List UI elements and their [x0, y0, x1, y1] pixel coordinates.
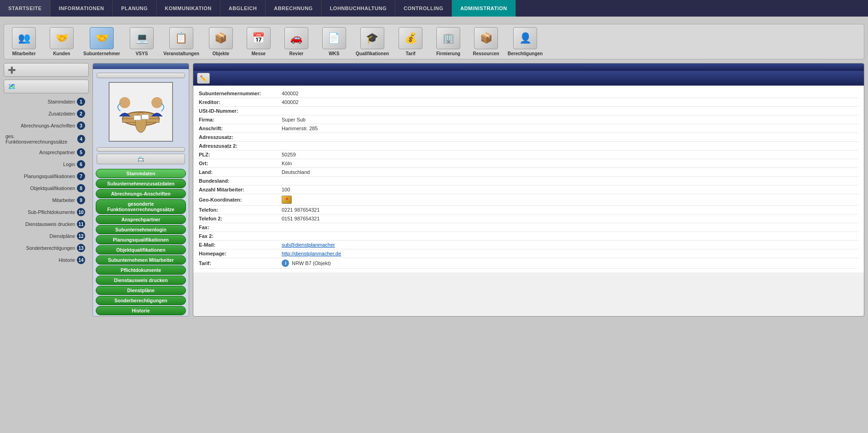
toolbar-label: Revier — [289, 51, 304, 56]
menu-item-abrechnungs-anschrif[interactable]: Abrechnungs-Anschriften — [96, 189, 186, 198]
toolbar-item-objekte[interactable]: 📦 Objekte — [205, 27, 237, 56]
data-row: USt-ID-Nummer: — [199, 107, 858, 115]
map-button[interactable]: 🗺️ — [4, 80, 89, 93]
nav-item-abrechnung[interactable]: ABRECHNUNG — [266, 0, 321, 17]
nav-badge-10: 10 — [77, 208, 85, 216]
menu-item-dienstausweis-drucke[interactable]: Dienstausweis drucken — [96, 276, 186, 285]
data-label: Telefon: — [199, 207, 282, 213]
sidebar-nav-item-11[interactable]: Dienstausweis drucken 11 — [4, 219, 89, 230]
nav-item-planung[interactable]: PLANUNG — [113, 0, 156, 17]
toolbar-item-berechtigungen[interactable]: 👤 Berechtigungen — [508, 27, 543, 56]
toolbar-label: Veranstaltungen — [163, 51, 199, 56]
sidebar-nav-item-5[interactable]: Ansprechpartner 5 — [4, 147, 89, 158]
data-row: Land: Deutschland — [199, 168, 858, 177]
data-row: Adresszusatz: — [199, 133, 858, 142]
toolbar-label: Subunternehmer — [83, 51, 120, 56]
data-label: Tarif: — [199, 260, 282, 266]
toolbar-item-vsys[interactable]: 💻 VSYS — [126, 27, 158, 56]
sidebar-nav-item-1[interactable]: Stammdaten 1 — [4, 96, 89, 107]
data-value-link[interactable]: sub@dienstplanmacher — [282, 242, 335, 248]
sidebar-nav-item-8[interactable]: Objektqualifikationen 8 — [4, 183, 89, 194]
toolbar-item-revier[interactable]: 🚗 Revier — [280, 27, 312, 56]
menu-item-ansprechpartner[interactable]: Ansprechpartner — [96, 215, 186, 224]
menu-item-subunternehmen-mitar[interactable]: Subunternehmen Mitarbeiter — [96, 255, 186, 265]
sidebar-nav-item-12[interactable]: Dienstpläne 12 — [4, 231, 89, 242]
toolbar-icon: 📋 — [169, 27, 193, 49]
data-label: Fax 2: — [199, 233, 282, 239]
nav-item-lohnbuchhaltung[interactable]: LOHNBUCHHALTUNG — [322, 0, 395, 17]
nav-badge-4: 4 — [77, 135, 85, 143]
data-value-link[interactable]: http://dienstplanmacher.de — [282, 251, 341, 256]
toolbar-item-mitarbeiter[interactable]: 👥 Mitarbeiter — [8, 27, 40, 56]
geo-icon[interactable]: 📍 — [282, 196, 292, 204]
toolbar-label: Mitarbeiter — [12, 51, 35, 56]
nav-item-controlling[interactable]: CONTROLLING — [395, 0, 452, 17]
toolbar-icon: 👥 — [12, 27, 36, 49]
nav-badge-3: 3 — [77, 121, 85, 130]
toolbar-item-ressourcen[interactable]: 📦 Ressourcen — [470, 27, 502, 56]
bild-aendern-button[interactable] — [97, 147, 185, 152]
data-label: Anzahl Mitarbeiter: — [199, 187, 282, 192]
menu-item-sonderberechtigungen[interactable]: Sonderberechtigungen — [96, 296, 186, 305]
sidebar-nav-item-4[interactable]: ges. Funktionsverrechnungssätze 4 — [4, 132, 89, 146]
toolbar-label: Qualifikationen — [356, 51, 389, 56]
toolbar-item-veranstaltungen[interactable]: 📋 Veranstaltungen — [163, 27, 199, 56]
data-label: Land: — [199, 169, 282, 175]
tarif-info-icon: ℹ — [282, 260, 289, 267]
add-icon: ➕ — [8, 66, 16, 74]
menu-item-subunternehmenzusatz[interactable]: Subunternehmenzusatzdaten — [96, 179, 186, 188]
sidebar-nav-item-13[interactable]: Sonderberechtigungen 13 — [4, 242, 89, 254]
toolbar-label: Tarif — [406, 51, 416, 56]
toolbar-item-tarif[interactable]: 💰 Tarif — [394, 27, 427, 56]
nav-item-kommunikation[interactable]: KOMMUNIKATION — [156, 0, 220, 17]
menu-item-subunternehmenlogin[interactable]: Subunternehmenlogin — [96, 225, 186, 234]
vcard-button[interactable]: 📇 — [97, 154, 185, 164]
menu-item-pflichtdokumente[interactable]: Pflichtdokumente — [96, 266, 186, 275]
toolbar-item-qualifikationen[interactable]: 🎓 Qualifikationen — [356, 27, 389, 56]
nav-item-startseite[interactable]: STARTSEITE — [0, 0, 51, 17]
data-row: Telefon 2: 0151 987654321 — [199, 214, 858, 223]
toolbar-item-kunden[interactable]: 🤝 Kunden — [46, 27, 78, 56]
nav-item-abgleich[interactable]: ABGLEICH — [220, 0, 266, 17]
toolbar-label: WKS — [329, 51, 339, 56]
nav-badge-5: 5 — [77, 148, 85, 156]
menu-item-planungsqualifikatio[interactable]: Planungsqualifikationen — [96, 235, 186, 244]
data-row: Bundesland: — [199, 177, 858, 185]
sidebar-nav-item-7[interactable]: Planungsqualifikationen 7 — [4, 171, 89, 182]
nav-item-informationen[interactable]: INFORMATIONEN — [51, 0, 113, 17]
data-value: 0221 987654321 — [282, 207, 320, 213]
menu-item-historie[interactable]: Historie — [96, 306, 186, 315]
sidebar-nav-item-2[interactable]: Zusatzdaten 2 — [4, 108, 89, 119]
data-label: Telefon 2: — [199, 216, 282, 221]
menu-item-stammdaten[interactable]: Stammdaten — [96, 169, 186, 178]
add-subunternehmer-button[interactable]: ➕ — [4, 63, 89, 77]
sidebar-nav-item-14[interactable]: Historie 14 — [4, 254, 89, 266]
subunternehmerliste-button[interactable] — [97, 73, 185, 78]
toolbar-icon: 📦 — [474, 27, 498, 49]
left-sidebar: ➕ 🗺️ Stammdaten 1 Zusatzdaten 2 Abrechnu… — [4, 63, 89, 317]
toolbar-icon: 📄 — [322, 27, 346, 49]
menu-item-dienstpläne[interactable]: Dienstpläne — [96, 286, 186, 295]
data-label: Ort: — [199, 161, 282, 166]
sidebar-nav-item-6[interactable]: Login 6 — [4, 159, 89, 170]
data-row: Tarif: ℹNRW B7 (Objekt) — [199, 258, 858, 269]
menu-item-gesonderte-funktions[interactable]: gesonderte Funktionsverrechnungssätze — [96, 199, 186, 214]
sidebar-nav-item-10[interactable]: Sub-Pflichtdokumente 10 — [4, 207, 89, 218]
data-value: 0151 987654321 — [282, 216, 320, 221]
sidebar-nav-item-9[interactable]: Mitarbeiter 9 — [4, 195, 89, 206]
toolbar-item-wks[interactable]: 📄 WKS — [318, 27, 350, 56]
data-value: 50259 — [282, 152, 296, 157]
data-label: Subunternehmernummer: — [199, 91, 282, 96]
data-row: Firma: Super Sub — [199, 115, 858, 124]
edit-button[interactable]: ✏️ — [197, 73, 210, 84]
toolbar-item-messe[interactable]: 📅 Messe — [243, 27, 275, 56]
map-icon: 🗺️ — [8, 83, 16, 90]
toolbar-icon: 📅 — [247, 27, 271, 49]
data-value: Köln — [282, 161, 292, 166]
toolbar-label: Messe — [252, 51, 266, 56]
toolbar-item-firmierung[interactable]: 🏢 Firmierung — [432, 27, 464, 56]
sidebar-nav-item-3[interactable]: Abrechnungs-Anschriften 3 — [4, 120, 89, 131]
menu-item-objektqualifikatione[interactable]: Objektqualifikationen — [96, 245, 186, 254]
nav-item-administration[interactable]: ADMINISTRATION — [452, 0, 516, 17]
toolbar-item-subunternehmer[interactable]: 🤝 Subunternehmer — [83, 27, 120, 56]
